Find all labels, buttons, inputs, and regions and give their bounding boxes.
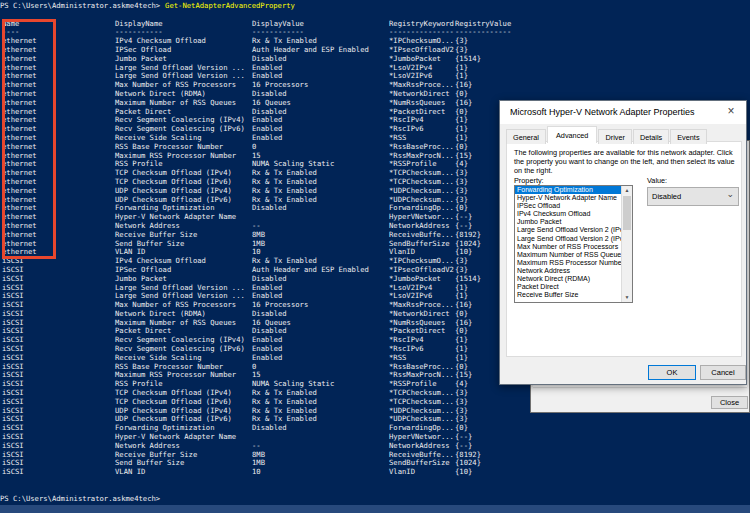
tab-advanced[interactable]: Advanced	[547, 126, 597, 143]
property-list-item[interactable]: Packet Direct	[515, 283, 623, 291]
property-list-items: Forwarding OptimizationHyper-V Network A…	[515, 186, 632, 299]
cell-dn: VLAN ID	[115, 468, 145, 477]
cell-rv: {10}	[455, 468, 472, 477]
property-list-item[interactable]: Receive Buffer Size	[515, 291, 623, 299]
property-list-item[interactable]: IPv4 Checksum Offload	[515, 210, 623, 218]
tab-driver[interactable]: Driver	[598, 129, 631, 144]
table-row: ethernetIPv4 Checksum OffloadRx & Tx Ena…	[0, 37, 750, 46]
property-list-item[interactable]: Large Send Offload Version 2 (IPv4)	[515, 226, 623, 234]
command-text: Get-NetAdapterAdvancedProperty	[165, 1, 295, 10]
table-row: ethernetIPSec OffloadAuth Header and ESP…	[0, 46, 750, 55]
dialog-titlebar[interactable]: Microsoft Hyper-V Network Adapter Proper…	[500, 101, 746, 124]
cell-dv: Disabled	[252, 424, 287, 433]
cell-dv: Disabled	[252, 204, 287, 213]
ok-button[interactable]: OK	[648, 365, 696, 380]
blank-line	[0, 11, 750, 20]
cell-dv: Enabled	[252, 134, 282, 143]
property-list-item[interactable]: Maximum Number of RSS Queues	[515, 251, 623, 259]
table-row: ethernetMax Number of RSS Processors16 P…	[0, 81, 750, 90]
table-header-row: Name DisplayName DisplayValue RegistryKe…	[0, 20, 750, 29]
value-dropdown-selected: Disabled	[652, 192, 681, 201]
table-row: iSCSISend Buffer Size1MBSendBufferSize{1…	[0, 459, 750, 468]
table-row: iSCSIForwarding OptimizationDisabledForw…	[0, 424, 750, 433]
scroll-up-icon[interactable]: ▲	[622, 186, 632, 195]
tab-details[interactable]: Details	[633, 129, 669, 144]
value-label: Value:	[647, 176, 667, 185]
close-icon[interactable]: ×	[723, 104, 739, 118]
tab-general[interactable]: General	[506, 129, 546, 144]
hyperv-adapter-properties-dialog: Microsoft Hyper-V Network Adapter Proper…	[499, 100, 747, 385]
table-header-underline-row: ---- ----------- ------------ ----------…	[0, 28, 750, 37]
table-row: ethernetJumbo PacketDisabled*JumboPacket…	[0, 55, 750, 64]
cell-dv: Enabled	[252, 354, 282, 363]
dialog-title: Microsoft Hyper-V Network Adapter Proper…	[510, 107, 695, 117]
prompt-text: PS C:\Users\Administrator.askme4tech>	[0, 1, 160, 10]
table-row: ethernetNetwork Direct (RDMA)Disabled*Ne…	[0, 90, 750, 99]
screenshot-root: PS C:\Users\Administrator.askme4tech>Get…	[0, 0, 750, 513]
property-list-item[interactable]: Max Number of RSS Processors	[515, 243, 623, 251]
table-row: iSCSINetwork Address--NetworkAddress{--}	[0, 442, 750, 451]
cell-dv: 10	[252, 468, 261, 477]
property-list-item[interactable]: Forwarding Optimization	[515, 186, 623, 194]
cell-rk: VlanID	[389, 468, 415, 477]
table-row: iSCSIUDP Checksum Offload (IPv6)Rx & Tx …	[0, 415, 750, 424]
cell-name: iSCSI	[2, 468, 24, 477]
table-row: iSCSIHyper-V Network Adapter NameHyperVN…	[0, 433, 750, 442]
scrollbar-thumb[interactable]	[623, 196, 631, 230]
blank-line	[0, 477, 750, 486]
prompt-text: PS C:\Users\Administrator.askme4tech>	[0, 494, 160, 503]
advanced-tab-page: The following properties are available f…	[506, 141, 742, 357]
property-listbox[interactable]: Forwarding OptimizationHyper-V Network A…	[514, 185, 633, 303]
property-list-item[interactable]: Maximum RSS Processor Number	[515, 259, 623, 267]
command-line: PS C:\Users\Administrator.askme4tech>Get…	[0, 2, 750, 11]
table-row: ethernetLarge Send Offload Version ...En…	[0, 72, 750, 81]
property-list-item[interactable]: Hyper-V Network Adapter Name	[515, 194, 623, 202]
taskbar-edge-strip[interactable]	[0, 505, 750, 513]
table-row: ethernetLarge Send Offload Version ...En…	[0, 64, 750, 73]
table-row: iSCSIVLAN ID10VlanID{10}	[0, 468, 750, 477]
property-list-item[interactable]: Jumbo Packet	[515, 218, 623, 226]
dialog-button-row: OK Cancel	[500, 365, 748, 381]
scroll-down-icon[interactable]: ▼	[622, 293, 632, 302]
trailing-prompt-line[interactable]: PS C:\Users\Administrator.askme4tech>	[0, 495, 750, 504]
property-list-item[interactable]: Network Address	[515, 267, 623, 275]
property-list-item[interactable]: Network Direct (RDMA)	[515, 275, 623, 283]
table-row: iSCSIReceive Buffer Size8MBReceiveBuffe.…	[0, 451, 750, 460]
listbox-scrollbar[interactable]: ▲ ▼	[621, 186, 632, 302]
dialog-description: The following properties are available f…	[514, 148, 737, 175]
property-list-item[interactable]: IPSec Offload	[515, 202, 623, 210]
property-label: Property:	[514, 176, 544, 185]
name-column-highlight-box	[2, 19, 56, 259]
dialog-tabs: GeneralAdvancedDriverDetailsEvents	[506, 126, 708, 143]
value-dropdown[interactable]: Disabled ⌄	[647, 187, 739, 206]
cancel-button[interactable]: Cancel	[700, 365, 746, 380]
chevron-down-icon: ⌄	[726, 186, 734, 203]
tab-events[interactable]: Events	[670, 129, 706, 144]
property-list-item[interactable]: Large Send Offload Version 2 (IPv6)	[515, 235, 623, 243]
close-button[interactable]: Close	[711, 396, 748, 409]
